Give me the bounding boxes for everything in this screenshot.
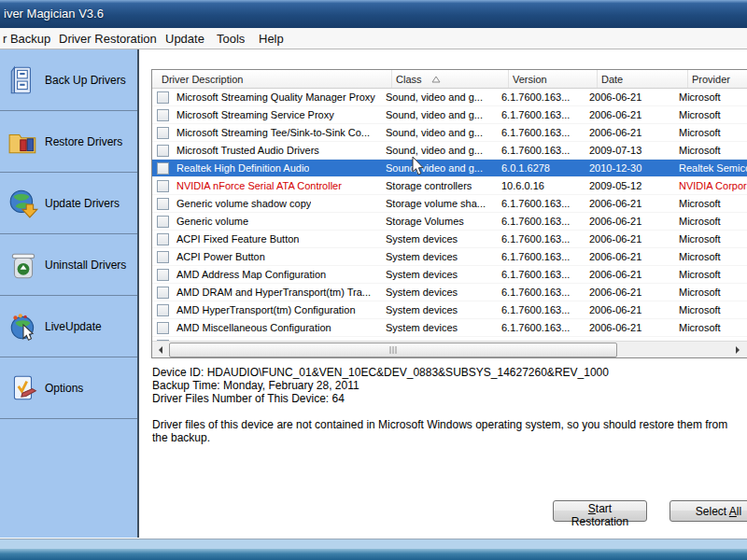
table-row[interactable]: AMD HyperTransport(tm) ConfigurationSyst… <box>152 301 747 319</box>
driver-description-text: Generic volume shadow copy <box>176 198 311 209</box>
driver-version-text: 6.1.7600.163... <box>498 269 585 280</box>
scrollbar-thumb[interactable] <box>169 343 617 357</box>
row-checkbox[interactable] <box>157 216 169 228</box>
window-titlebar[interactable]: iver Magician V3.6 <box>0 0 747 28</box>
menu-driver-restoration[interactable]: Driver Restoration <box>56 31 160 47</box>
column-header-version[interactable]: Version <box>509 70 598 88</box>
uninstall-trash-icon <box>7 249 39 281</box>
sidebar-item-restore-drivers[interactable]: Restore Drivers <box>0 111 137 173</box>
driver-version-text: 6.1.7600.163... <box>498 287 585 298</box>
select-all-button[interactable]: Select All <box>669 500 747 522</box>
driver-description-text: Microsoft Streaming Tee/Sink-to-Sink Co.… <box>176 127 370 138</box>
driver-class-text: Sound, video and g... <box>382 145 498 156</box>
restore-folder-icon <box>7 126 39 158</box>
row-checkbox[interactable] <box>157 145 169 157</box>
row-checkbox[interactable] <box>157 269 169 281</box>
driver-date-text: 2009-05-12 <box>585 180 675 191</box>
table-row[interactable]: Microsoft Streaming Service ProxySound, … <box>152 106 747 124</box>
driver-class-text: Storage controllers <box>382 180 498 191</box>
row-checkbox[interactable] <box>157 127 169 139</box>
window-bottom-frame <box>0 549 747 560</box>
driver-version-text: 6.1.7600.163... <box>498 216 585 227</box>
table-row[interactable]: AMD Address Map ConfigurationSystem devi… <box>152 266 747 284</box>
sidebar-item-label: Back Up Drivers <box>45 74 126 87</box>
table-row[interactable]: Microsoft Trusted Audio DriversSound, vi… <box>152 142 747 160</box>
driver-provider-text: Microsoft <box>675 251 747 262</box>
table-horizontal-scrollbar[interactable] <box>152 341 747 357</box>
window-title: iver Magician V3.6 <box>4 7 104 21</box>
table-row[interactable]: AMD Miscellaneous ConfigurationSystem de… <box>152 319 747 337</box>
table-row[interactable]: Microsoft Streaming Tee/Sink-to-Sink Co.… <box>152 124 747 142</box>
driver-date-text: 2006-06-21 <box>585 251 675 262</box>
menu-update[interactable]: Update <box>162 31 207 47</box>
column-header-class[interactable]: Class <box>392 70 509 88</box>
column-header-driver-description[interactable]: Driver Description <box>152 70 392 88</box>
column-header-provider[interactable]: Provider <box>688 70 747 88</box>
row-checkbox[interactable] <box>157 322 169 334</box>
driver-provider-text: Microsoft <box>675 322 747 333</box>
driver-date-text: 2006-06-21 <box>585 109 675 120</box>
driver-class-text: Sound, video and g... <box>382 162 498 174</box>
driver-date-text: 2006-06-21 <box>585 127 675 138</box>
table-row[interactable]: Realtek High Definition AudioSound, vide… <box>152 160 747 177</box>
table-row[interactable]: ACPI Power ButtonSystem devices6.1.7600.… <box>152 248 747 266</box>
row-checkbox[interactable] <box>157 91 169 104</box>
sidebar-item-liveupdate[interactable]: LiveUpdate <box>0 296 137 357</box>
driver-provider-text: NVIDIA Corporati <box>675 180 747 191</box>
update-globe-icon <box>7 188 39 219</box>
row-checkbox[interactable] <box>157 233 169 245</box>
row-checkbox[interactable] <box>157 304 169 316</box>
driver-version-text: 6.1.7600.163... <box>498 127 585 138</box>
menu-driver-backup[interactable]: r Backup <box>0 31 53 47</box>
start-restoration-button[interactable]: Start Restoration <box>553 500 647 522</box>
driver-description-text: ACPI Fixed Feature Button <box>176 233 299 245</box>
device-id-text: Device ID: HDAUDIO\FUNC_01&VEN_10EC&DEV_… <box>152 366 742 379</box>
row-checkbox[interactable] <box>157 287 169 299</box>
row-checkbox[interactable] <box>157 198 169 210</box>
row-checkbox[interactable] <box>157 109 169 121</box>
driver-class-text: System devices <box>382 304 498 315</box>
driver-description-text: Microsoft Streaming Service Proxy <box>176 109 334 120</box>
table-row[interactable]: AMD DRAM and HyperTransport(tm) Tra...Sy… <box>152 284 747 301</box>
backup-drive-icon <box>7 64 39 96</box>
table-row[interactable]: Microsoft Streaming Quality Manager Prox… <box>152 89 747 106</box>
driver-version-text: 6.1.7600.163... <box>498 91 585 103</box>
driver-provider-text: Microsoft <box>675 287 747 298</box>
table-row[interactable]: ACPI Fixed Feature ButtonSystem devices6… <box>152 231 747 248</box>
driver-date-text: 2006-06-21 <box>585 91 675 103</box>
driver-class-text: System devices <box>382 287 498 298</box>
driver-date-text: 2006-06-21 <box>585 322 675 333</box>
driver-class-text: System devices <box>382 322 498 333</box>
driver-class-text: Sound, video and g... <box>382 91 498 103</box>
driver-class-text: Storage volume sha... <box>382 198 498 209</box>
driver-date-text: 2006-06-21 <box>585 216 675 227</box>
sidebar-item-update-drivers[interactable]: Update Drivers <box>0 173 137 234</box>
driver-version-text: 6.0.1.6278 <box>498 162 585 174</box>
driver-version-text: 6.1.7600.163... <box>498 322 585 333</box>
table-row[interactable]: NVIDIA nForce Serial ATA ControllerStora… <box>152 177 747 195</box>
table-row[interactable]: Generic volume shadow copyStorage volume… <box>152 195 747 213</box>
sidebar-item-options[interactable]: Options <box>0 357 137 419</box>
sidebar: Back Up Drivers Restore Drivers Update D… <box>0 49 139 538</box>
row-checkbox[interactable] <box>157 251 169 263</box>
row-checkbox[interactable] <box>157 162 169 175</box>
scroll-left-arrow[interactable] <box>152 342 168 357</box>
table-row[interactable]: Generic volumeStorage Volumes6.1.7600.16… <box>152 213 747 231</box>
driver-description-text: Microsoft Trusted Audio Drivers <box>176 145 319 156</box>
sidebar-item-label: Update Drivers <box>45 197 120 210</box>
driver-version-text: 6.1.7600.163... <box>498 304 585 315</box>
row-checkbox[interactable] <box>157 180 169 192</box>
scroll-right-arrow[interactable] <box>730 342 746 357</box>
sidebar-item-uninstall-drivers[interactable]: Uninstall Drivers <box>0 234 137 296</box>
options-checklist-icon <box>7 372 39 404</box>
driver-description-text: AMD Miscellaneous Configuration <box>176 322 331 333</box>
sidebar-item-backup-drivers[interactable]: Back Up Drivers <box>0 49 137 111</box>
driver-provider-text: Microsoft <box>675 198 747 209</box>
menu-bar: r Backup Driver Restoration Update Tools… <box>0 28 747 49</box>
sidebar-item-label: Uninstall Drivers <box>45 259 126 272</box>
column-header-date[interactable]: Date <box>598 70 688 88</box>
menu-tools[interactable]: Tools <box>214 31 247 47</box>
menu-help[interactable]: Help <box>256 31 287 47</box>
driver-provider-text: Microsoft <box>675 109 747 120</box>
driver-provider-text: Microsoft <box>675 269 747 280</box>
